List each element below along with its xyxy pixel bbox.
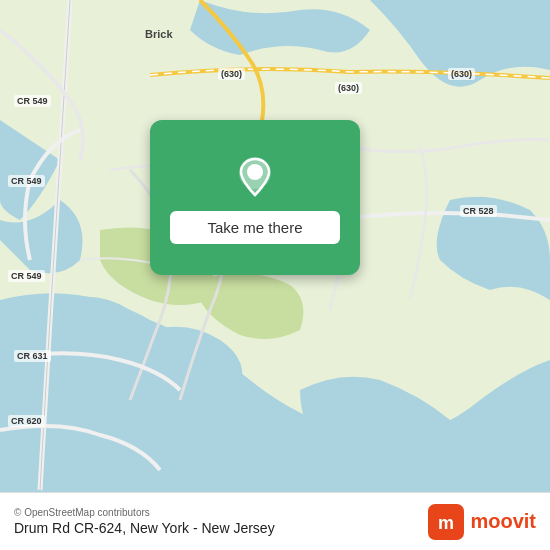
- location-pin-icon: [229, 151, 281, 203]
- moovit-logo: m moovit: [428, 504, 536, 540]
- moovit-icon: m: [428, 504, 464, 540]
- road-label-630-1: (630): [218, 68, 245, 80]
- road-label-cr528: CR 528: [460, 205, 497, 217]
- road-label-cr631: CR 631: [14, 350, 51, 362]
- road-label-cr620: CR 620: [8, 415, 45, 427]
- action-card: Take me there: [150, 120, 360, 275]
- svg-text:m: m: [438, 513, 454, 533]
- road-label-cr549-2: CR 549: [8, 175, 45, 187]
- moovit-label: moovit: [470, 510, 536, 533]
- bottom-info: © OpenStreetMap contributors Drum Rd CR-…: [14, 507, 275, 536]
- map-svg: [0, 0, 550, 550]
- take-me-there-button[interactable]: Take me there: [170, 211, 340, 244]
- city-label: Brick: [145, 28, 173, 40]
- road-label-630-2: (630): [335, 82, 362, 94]
- road-label-cr549-3: CR 549: [8, 270, 45, 282]
- road-label-cr549-1: CR 549: [14, 95, 51, 107]
- location-text: Drum Rd CR-624, New York - New Jersey: [14, 520, 275, 536]
- attribution-text: © OpenStreetMap contributors: [14, 507, 275, 518]
- road-label-630-3: (630): [448, 68, 475, 80]
- bottom-bar: © OpenStreetMap contributors Drum Rd CR-…: [0, 492, 550, 550]
- map-container: Brick CR 549 CR 549 CR 549 CR 528 CR 620…: [0, 0, 550, 550]
- svg-point-11: [250, 167, 260, 177]
